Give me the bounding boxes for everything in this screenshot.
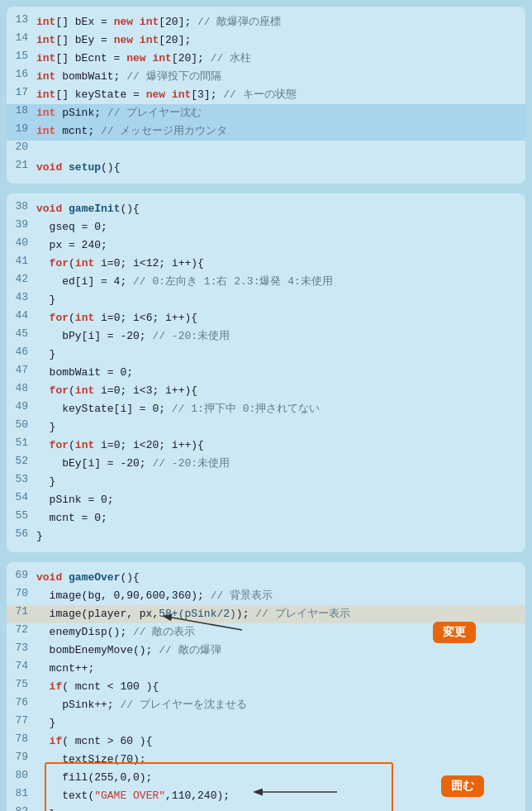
code-line-77: 77 } (7, 714, 525, 732)
code-line-75: 75 if( mcnt < 100 ){ (7, 678, 525, 696)
annotation-kakomu-label: 囲む (441, 775, 484, 797)
code-line-16: 16 int bombWait; // 爆弾投下の間隔 (7, 68, 525, 86)
code-line-54: 54 pSink = 0; (7, 491, 525, 509)
code-block-1: 13 int[] bEx = new int[20]; // 敵爆弾の座標 14… (7, 7, 525, 184)
code-block-2: 38 void gameInit(){ 39 gseq = 0; 40 px =… (7, 193, 525, 552)
code-line-20: 20 (7, 141, 525, 159)
code-line-56: 56 } (7, 527, 525, 546)
code-line-40: 40 px = 240; (7, 236, 525, 255)
arrow-svg-kakomu (254, 767, 436, 811)
code-line-51: 51 for(int i=0; i<20; i++){ (7, 437, 525, 455)
code-block-3: 変更 囲む 69 void gameOver(){ 70 image(bg, 0… (7, 562, 525, 811)
code-line-76: 76 pSink++; // プレイヤーを沈ませる (7, 696, 525, 714)
code-line-41: 41 for(int i=0; i<12; i++){ (7, 255, 525, 273)
page-container: 13 int[] bEx = new int[20]; // 敵爆弾の座標 14… (7, 7, 525, 811)
code-line-44: 44 for(int i=0; i<6; i++){ (7, 309, 525, 327)
code-line-17: 17 int[] keyState = new int[3]; // キーの状態 (7, 86, 525, 104)
code-line-49: 49 keyState[i] = 0; // 1:押下中 0:押されてない (7, 400, 525, 418)
code-line-45: 45 bPy[i] = -20; // -20:未使用 (7, 327, 525, 346)
code-line-70: 70 image(bg, 0,90,600,360); // 背景表示 (7, 587, 525, 605)
code-line-53: 53 } (7, 473, 525, 491)
code-line-78: 78 if( mcnt > 60 ){ (7, 732, 525, 751)
code-line-39: 39 gseq = 0; (7, 218, 525, 236)
code-line-50: 50 } (7, 418, 525, 437)
code-line-46: 46 } (7, 346, 525, 364)
code-line-79: 79 textSize(70); (7, 751, 525, 769)
annotation-henko-label: 変更 (433, 622, 476, 643)
code-line-19: 19 int mcnt; // メッセージ用カウンタ (7, 122, 525, 141)
code-line-47: 47 bombWait = 0; (7, 364, 525, 382)
svg-line-0 (172, 618, 242, 630)
code-line-42: 42 ed[i] = 4; // 0:左向き 1:右 2.3:爆発 4:未使用 (7, 273, 525, 291)
code-line-18: 18 int pSink; // プレイヤー沈む (7, 104, 525, 122)
code-line-69: 69 void gameOver(){ (7, 569, 525, 587)
code-line-74: 74 mcnt++; (7, 660, 525, 678)
annotation-kakomu: 囲む (441, 775, 484, 797)
code-line-21: 21 void setup(){ (7, 159, 525, 177)
code-line-14: 14 int[] bEy = new int[20]; (7, 31, 525, 50)
code-line-55: 55 mcnt = 0; (7, 509, 525, 527)
code-line-38: 38 void gameInit(){ (7, 200, 525, 218)
code-line-13: 13 int[] bEx = new int[20]; // 敵爆弾の座標 (7, 13, 525, 31)
code-line-48: 48 for(int i=0; i<3; i++){ (7, 382, 525, 400)
arrow-svg-henko (159, 613, 366, 655)
code-line-15: 15 int[] bEcnt = new int[20]; // 水柱 (7, 50, 525, 68)
code-line-52: 52 bEy[i] = -20; // -20:未使用 (7, 455, 525, 473)
code-line-43: 43 } (7, 291, 525, 309)
annotation-henko: 変更 (433, 622, 476, 643)
